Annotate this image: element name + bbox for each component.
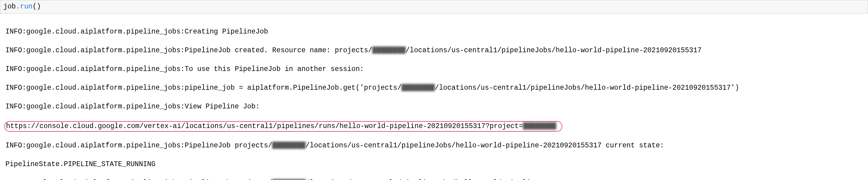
- code-parens: (): [33, 3, 41, 10]
- code-dot: .: [16, 3, 20, 10]
- log-line: INFO:google.cloud.aiplatform.pipeline_jo…: [5, 179, 863, 180]
- redacted-text: ████████: [372, 47, 406, 54]
- redacted-text: ████████: [523, 122, 556, 130]
- log-line: INFO:google.cloud.aiplatform.pipeline_jo…: [5, 27, 863, 36]
- code-output: INFO:google.cloud.aiplatform.pipeline_jo…: [0, 13, 868, 180]
- log-line: PipelineState.PIPELINE_STATE_RUNNING: [5, 160, 863, 169]
- highlighted-url[interactable]: https://console.cloud.google.com/vertex-…: [4, 121, 562, 132]
- log-line: INFO:google.cloud.aiplatform.pipeline_jo…: [5, 65, 863, 74]
- log-line-url: https://console.cloud.google.com/vertex-…: [5, 121, 863, 132]
- log-line: INFO:google.cloud.aiplatform.pipeline_jo…: [5, 46, 863, 55]
- log-line: INFO:google.cloud.aiplatform.pipeline_jo…: [5, 83, 863, 93]
- log-line: INFO:google.cloud.aiplatform.pipeline_jo…: [5, 102, 863, 112]
- code-method: run: [20, 3, 32, 10]
- redacted-text: ████████: [272, 142, 305, 150]
- redacted-text: ████████: [401, 84, 435, 92]
- log-line: INFO:google.cloud.aiplatform.pipeline_jo…: [5, 141, 863, 150]
- code-object: job: [3, 3, 16, 10]
- code-input-cell[interactable]: job.run(): [0, 0, 868, 13]
